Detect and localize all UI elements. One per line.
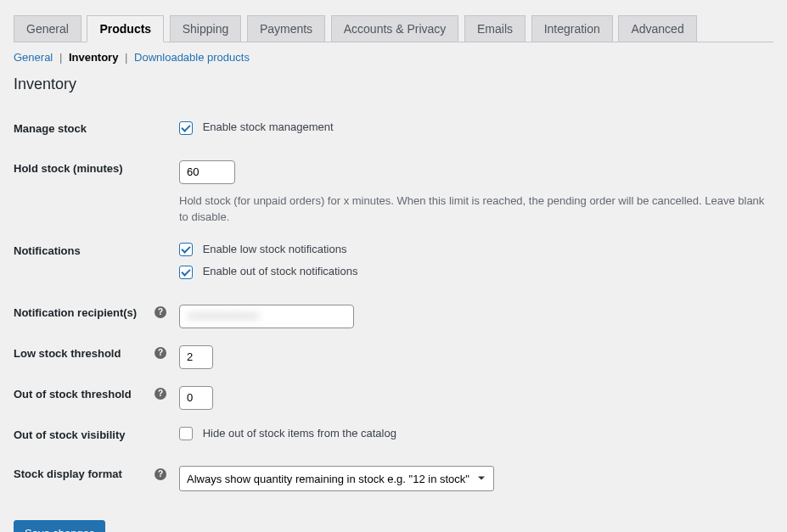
out-of-stock-threshold-label: Out of stock threshold bbox=[14, 388, 132, 400]
help-icon[interactable]: ? bbox=[155, 347, 166, 359]
stock-display-format-select[interactable]: Always show quantity remaining in stock … bbox=[179, 466, 494, 491]
help-icon[interactable]: ? bbox=[155, 306, 166, 318]
hold-stock-description: Hold stock (for unpaid orders) for x min… bbox=[179, 193, 773, 226]
hide-out-of-stock-text: Hide out of stock items from the catalog bbox=[203, 427, 396, 440]
low-stock-notif-text: Enable low stock notifications bbox=[203, 243, 347, 255]
manage-stock-checkbox-label[interactable]: Enable stock management bbox=[179, 120, 334, 133]
low-stock-notif-checkbox[interactable] bbox=[179, 243, 193, 256]
out-of-stock-visibility-label: Out of stock visibility bbox=[14, 418, 179, 458]
low-stock-threshold-input[interactable] bbox=[179, 345, 213, 369]
subnav-downloadable[interactable]: Downloadable products bbox=[134, 51, 250, 64]
separator: | bbox=[121, 51, 131, 64]
subnav-general[interactable]: General bbox=[14, 51, 53, 64]
save-button[interactable]: Save changes bbox=[14, 520, 105, 532]
help-icon[interactable]: ? bbox=[155, 388, 166, 400]
tab-integration[interactable]: Integration bbox=[531, 15, 613, 42]
hold-stock-label: Hold stock (minutes) bbox=[14, 152, 179, 234]
tab-general[interactable]: General bbox=[14, 15, 82, 42]
tab-payments[interactable]: Payments bbox=[247, 15, 325, 42]
notifications-label: Notifications bbox=[14, 234, 179, 296]
low-stock-notif-label[interactable]: Enable low stock notifications bbox=[179, 243, 346, 255]
manage-stock-text: Enable stock management bbox=[203, 120, 334, 133]
manage-stock-label: Manage stock bbox=[14, 112, 179, 152]
tab-advanced[interactable]: Advanced bbox=[618, 15, 696, 42]
manage-stock-checkbox[interactable] bbox=[179, 121, 193, 135]
recipient-label: Notification recipient(s) bbox=[14, 306, 137, 319]
out-of-stock-threshold-input[interactable] bbox=[179, 386, 213, 410]
blurred-value: xxxxxxxxxxxxxx bbox=[188, 310, 259, 322]
hide-out-of-stock-checkbox[interactable] bbox=[179, 427, 193, 440]
low-stock-threshold-label: Low stock threshold bbox=[14, 347, 121, 360]
tab-products[interactable]: Products bbox=[87, 15, 164, 42]
main-tabs: General Products Shipping Payments Accou… bbox=[14, 15, 773, 42]
tab-emails[interactable]: Emails bbox=[464, 15, 526, 42]
sub-nav: General | Inventory | Downloadable produ… bbox=[14, 51, 773, 64]
hide-out-of-stock-label[interactable]: Hide out of stock items from the catalog bbox=[179, 427, 396, 440]
page-title: Inventory bbox=[14, 76, 773, 93]
hold-stock-input[interactable] bbox=[179, 160, 235, 184]
tab-accounts-privacy[interactable]: Accounts & Privacy bbox=[331, 15, 459, 42]
separator: | bbox=[56, 51, 65, 64]
out-of-stock-notif-text: Enable out of stock notifications bbox=[203, 265, 358, 277]
tab-shipping[interactable]: Shipping bbox=[170, 15, 242, 42]
out-of-stock-notif-label[interactable]: Enable out of stock notifications bbox=[179, 265, 357, 277]
subnav-inventory[interactable]: Inventory bbox=[69, 51, 119, 64]
help-icon[interactable]: ? bbox=[155, 468, 166, 480]
out-of-stock-notif-checkbox[interactable] bbox=[179, 266, 193, 279]
stock-display-format-label: Stock display format bbox=[14, 468, 122, 480]
